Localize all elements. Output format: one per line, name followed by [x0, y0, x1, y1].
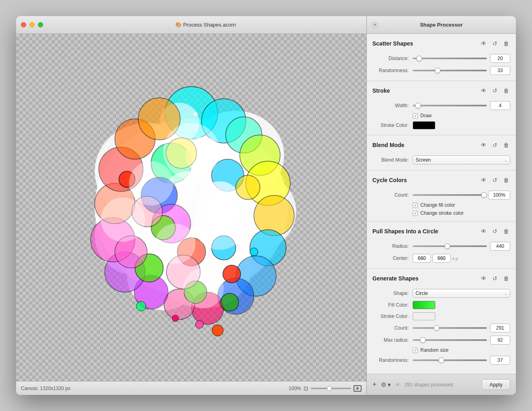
pull-shapes-reset-icon[interactable]: ↺ [491, 227, 499, 235]
pull-center-y-input[interactable] [432, 254, 451, 263]
generate-fill-color-swatch[interactable] [413, 301, 435, 309]
scatter-shapes-header: Scatter Shapes 👁 ↺ 🗑 [367, 38, 516, 49]
apply-button[interactable]: Apply [482, 379, 510, 390]
generate-max-radius-input[interactable] [490, 336, 510, 345]
stroke-width-slider[interactable] [413, 102, 487, 109]
change-stroke-checkbox[interactable] [413, 211, 418, 216]
scatter-distance-slider[interactable] [413, 55, 487, 62]
right-panel-bottom: + ⚙ ▾ 👁 291 shapes processed Apply [367, 374, 516, 395]
svg-point-56 [155, 224, 195, 264]
scatter-distance-thumb[interactable] [416, 56, 422, 61]
pull-shapes-delete-icon[interactable]: 🗑 [502, 227, 510, 235]
scatter-shapes-delete-icon[interactable]: 🗑 [502, 39, 510, 48]
scatter-randomness-input[interactable] [490, 66, 510, 75]
blend-mode-row: Blend Mode: Screen ⌄ [367, 154, 516, 166]
scatter-shapes-eye-icon[interactable]: 👁 [480, 39, 488, 48]
generate-shape-select[interactable]: Circle ⌄ [413, 289, 510, 298]
window-title: 🎨 Process Shapes.acorn [50, 22, 362, 28]
generate-shape-value: Circle [416, 291, 428, 296]
generate-randomness-thumb[interactable] [438, 357, 444, 363]
pull-shapes-header: Pull Shapes Into a Circle 👁 ↺ 🗑 [367, 226, 516, 237]
pull-center-x-input[interactable] [413, 254, 431, 263]
canvas-size-label: Canvas: 1320x1320 px [21, 386, 71, 391]
close-traffic-light[interactable] [21, 22, 26, 27]
cycle-count-label: Count: [372, 192, 409, 198]
panel-close-button[interactable]: ✕ [372, 22, 378, 28]
visibility-eye-icon[interactable]: 👁 [395, 382, 401, 388]
scatter-randomness-row: Randomness: [367, 64, 516, 77]
generate-randomness-slider[interactable] [413, 357, 487, 363]
generate-max-radius-thumb[interactable] [420, 337, 426, 343]
generate-count-slider[interactable] [413, 325, 487, 331]
blend-mode-delete-icon[interactable]: 🗑 [502, 141, 510, 149]
generate-stroke-color-swatch[interactable] [413, 312, 435, 320]
pull-radius-row: Radius: [367, 240, 516, 252]
pull-radius-label: Radius: [372, 243, 409, 249]
canvas-area[interactable] [16, 34, 366, 381]
scatter-shapes-icons: 👁 ↺ 🗑 [480, 39, 510, 48]
gear-menu-button[interactable]: ⚙ ▾ [381, 381, 391, 388]
maximize-traffic-light[interactable] [38, 22, 43, 27]
add-filter-button[interactable]: + [372, 380, 377, 389]
right-panel-header: ✕ Shape Processor [367, 16, 516, 34]
zoom-controls[interactable]: 100% ⊡ ▣ [289, 385, 362, 392]
generate-fill-color-row: Fill Color: [367, 299, 516, 311]
pull-radius-input[interactable] [490, 242, 510, 251]
stroke-section: Stroke 👁 ↺ 🗑 Width: [367, 81, 516, 135]
screen-thumbnail-icon[interactable]: ▣ [353, 385, 362, 392]
pull-shapes-eye-icon[interactable]: 👁 [480, 227, 488, 235]
cycle-colors-reset-icon[interactable]: ↺ [491, 176, 499, 184]
blend-mode-reset-icon[interactable]: ↺ [491, 141, 499, 149]
scatter-randomness-slider[interactable] [413, 67, 487, 74]
generate-shapes-reset-icon[interactable]: ↺ [491, 274, 499, 282]
canvas-panel: 🎨 Process Shapes.acorn [16, 16, 367, 395]
stroke-reset-icon[interactable]: ↺ [491, 87, 499, 95]
blend-mode-select[interactable]: Screen ⌄ [413, 156, 510, 164]
scatter-randomness-label: Randomness: [372, 68, 409, 73]
svg-point-40 [195, 320, 204, 328]
zoom-slider-thumb[interactable] [327, 386, 332, 391]
stroke-width-thumb[interactable] [415, 103, 421, 108]
generate-count-label: Count: [372, 325, 409, 331]
stroke-draw-checkbox[interactable] [413, 113, 418, 118]
zoom-slider[interactable] [311, 388, 351, 389]
cycle-colors-title: Cycle Colors [372, 177, 480, 183]
cycle-count-input[interactable] [488, 191, 510, 199]
app-window: 🎨 Process Shapes.acorn [16, 16, 516, 395]
change-stroke-label: Change stroke color [420, 210, 463, 216]
svg-point-53 [163, 123, 220, 179]
generate-count-thumb[interactable] [434, 325, 439, 331]
cycle-colors-header: Cycle Colors 👁 ↺ 🗑 [367, 174, 516, 186]
random-size-checkbox[interactable] [413, 348, 418, 353]
pull-radius-slider[interactable] [413, 243, 487, 249]
pull-center-row: Center: x,y [367, 252, 516, 264]
cycle-colors-eye-icon[interactable]: 👁 [480, 176, 488, 184]
pull-radius-thumb[interactable] [445, 243, 450, 249]
generate-shapes-delete-icon[interactable]: 🗑 [502, 274, 510, 282]
change-fill-checkbox[interactable] [413, 203, 418, 208]
scatter-randomness-thumb[interactable] [435, 68, 441, 73]
minimize-traffic-light[interactable] [29, 22, 35, 27]
generate-count-input[interactable] [490, 324, 510, 332]
blend-mode-section: Blend Mode 👁 ↺ 🗑 Blend Mode: Screen ⌄ [367, 135, 516, 170]
cycle-colors-delete-icon[interactable]: 🗑 [502, 176, 510, 184]
scatter-shapes-section: Scatter Shapes 👁 ↺ 🗑 Distance: [367, 34, 516, 81]
canvas-bottom-bar: Canvas: 1320x1320 px 100% ⊡ ▣ [16, 381, 366, 395]
zoom-icon-fit[interactable]: ⊡ [303, 385, 308, 392]
stroke-eye-icon[interactable]: 👁 [480, 87, 488, 95]
scatter-shapes-reset-icon[interactable]: ↺ [491, 39, 499, 48]
stroke-delete-icon[interactable]: 🗑 [502, 87, 510, 95]
generate-shapes-title: Generate Shapes [372, 275, 480, 282]
cycle-count-row: Count: [367, 189, 516, 201]
blend-mode-eye-icon[interactable]: 👁 [480, 141, 488, 149]
cycle-count-thumb[interactable] [481, 192, 487, 198]
generate-randomness-input[interactable] [490, 356, 510, 365]
stroke-color-swatch[interactable] [413, 121, 435, 129]
cycle-count-slider[interactable] [413, 192, 485, 198]
generate-max-radius-slider[interactable] [413, 337, 487, 343]
stroke-width-input[interactable] [490, 101, 510, 110]
scatter-distance-row: Distance: [367, 52, 516, 64]
generate-shapes-eye-icon[interactable]: 👁 [480, 274, 488, 282]
pull-center-label: Center: [372, 255, 409, 261]
scatter-distance-input[interactable] [490, 54, 510, 63]
